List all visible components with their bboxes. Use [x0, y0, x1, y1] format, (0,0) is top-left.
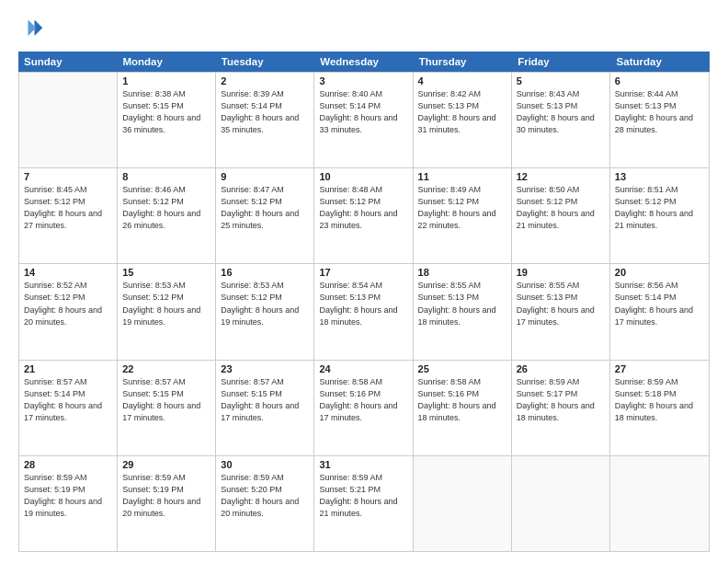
- day-number: 8: [122, 171, 210, 182]
- day-number: 29: [122, 459, 210, 470]
- day-number: 15: [122, 267, 210, 278]
- day-number: 20: [615, 267, 704, 278]
- day-number: 2: [221, 75, 309, 86]
- day-info: Sunrise: 8:45 AMSunset: 5:12 PMDaylight:…: [24, 184, 112, 232]
- day-info: Sunrise: 8:57 AMSunset: 5:14 PMDaylight:…: [24, 376, 112, 424]
- day-info: Sunrise: 8:53 AMSunset: 5:12 PMDaylight:…: [221, 280, 309, 327]
- day-number: 22: [122, 363, 210, 374]
- calendar-cell: 7Sunrise: 8:45 AMSunset: 5:12 PMDaylight…: [19, 168, 118, 263]
- day-info: Sunrise: 8:58 AMSunset: 5:16 PMDaylight:…: [418, 376, 506, 424]
- calendar-cell: 16Sunrise: 8:53 AMSunset: 5:12 PMDayligh…: [216, 264, 314, 359]
- logo: [18, 17, 47, 42]
- calendar-cell: 28Sunrise: 8:59 AMSunset: 5:19 PMDayligh…: [19, 456, 118, 551]
- day-number: 19: [517, 267, 605, 278]
- calendar-cell: [19, 73, 118, 167]
- day-number: 21: [24, 363, 112, 374]
- day-number: 16: [221, 267, 309, 278]
- calendar-row-1: 7Sunrise: 8:45 AMSunset: 5:12 PMDaylight…: [19, 167, 709, 263]
- calendar-cell: 17Sunrise: 8:54 AMSunset: 5:13 PMDayligh…: [314, 264, 413, 359]
- calendar-cell: 22Sunrise: 8:57 AMSunset: 5:15 PMDayligh…: [118, 361, 216, 455]
- day-number: 25: [418, 363, 506, 374]
- day-number: 24: [319, 363, 407, 374]
- day-info: Sunrise: 8:43 AMSunset: 5:13 PMDaylight:…: [517, 88, 605, 136]
- day-number: 3: [319, 75, 407, 86]
- day-info: Sunrise: 8:44 AMSunset: 5:13 PMDaylight:…: [615, 88, 704, 136]
- calendar-cell: 18Sunrise: 8:55 AMSunset: 5:13 PMDayligh…: [414, 264, 512, 359]
- calendar-cell: 6Sunrise: 8:44 AMSunset: 5:13 PMDaylight…: [610, 73, 709, 167]
- day-info: Sunrise: 8:48 AMSunset: 5:12 PMDaylight:…: [319, 184, 407, 232]
- day-info: Sunrise: 8:59 AMSunset: 5:19 PMDaylight:…: [24, 472, 112, 520]
- day-number: 13: [615, 171, 704, 182]
- day-info: Sunrise: 8:39 AMSunset: 5:14 PMDaylight:…: [221, 88, 309, 136]
- calendar-cell: 5Sunrise: 8:43 AMSunset: 5:13 PMDaylight…: [512, 73, 610, 167]
- calendar-cell: 11Sunrise: 8:49 AMSunset: 5:12 PMDayligh…: [414, 168, 512, 263]
- day-info: Sunrise: 8:51 AMSunset: 5:12 PMDaylight:…: [615, 184, 704, 232]
- calendar-cell: 27Sunrise: 8:59 AMSunset: 5:18 PMDayligh…: [610, 361, 709, 455]
- day-info: Sunrise: 8:42 AMSunset: 5:13 PMDaylight:…: [418, 88, 506, 136]
- calendar-cell: 23Sunrise: 8:57 AMSunset: 5:15 PMDayligh…: [216, 361, 314, 455]
- day-number: 26: [517, 363, 605, 374]
- calendar-cell: 25Sunrise: 8:58 AMSunset: 5:16 PMDayligh…: [414, 361, 512, 455]
- header-day-friday: Friday: [512, 52, 610, 72]
- calendar-cell: 12Sunrise: 8:50 AMSunset: 5:12 PMDayligh…: [512, 168, 610, 263]
- header: [18, 17, 710, 42]
- calendar-cell: 30Sunrise: 8:59 AMSunset: 5:20 PMDayligh…: [216, 456, 314, 551]
- calendar-cell: 15Sunrise: 8:53 AMSunset: 5:12 PMDayligh…: [118, 264, 216, 359]
- day-number: 23: [221, 363, 309, 374]
- day-info: Sunrise: 8:50 AMSunset: 5:12 PMDaylight:…: [517, 184, 605, 232]
- day-info: Sunrise: 8:47 AMSunset: 5:12 PMDaylight:…: [221, 184, 309, 232]
- calendar-cell: 24Sunrise: 8:58 AMSunset: 5:16 PMDayligh…: [314, 361, 413, 455]
- calendar-cell: 3Sunrise: 8:40 AMSunset: 5:14 PMDaylight…: [314, 73, 413, 167]
- calendar-row-4: 28Sunrise: 8:59 AMSunset: 5:19 PMDayligh…: [19, 455, 709, 551]
- calendar-cell: 14Sunrise: 8:52 AMSunset: 5:12 PMDayligh…: [19, 264, 118, 359]
- day-number: 28: [24, 459, 112, 470]
- day-info: Sunrise: 8:49 AMSunset: 5:12 PMDaylight:…: [418, 184, 506, 232]
- header-day-sunday: Sunday: [18, 52, 117, 72]
- logo-icon: [18, 17, 44, 42]
- header-day-thursday: Thursday: [414, 52, 512, 72]
- day-number: 4: [418, 75, 506, 86]
- day-info: Sunrise: 8:56 AMSunset: 5:14 PMDaylight:…: [615, 280, 704, 327]
- day-info: Sunrise: 8:58 AMSunset: 5:16 PMDaylight:…: [319, 376, 407, 424]
- day-info: Sunrise: 8:59 AMSunset: 5:17 PMDaylight:…: [517, 376, 605, 424]
- day-info: Sunrise: 8:57 AMSunset: 5:15 PMDaylight:…: [221, 376, 309, 424]
- calendar-cell: 31Sunrise: 8:59 AMSunset: 5:21 PMDayligh…: [314, 456, 413, 551]
- day-number: 11: [418, 171, 506, 182]
- day-number: 18: [418, 267, 506, 278]
- calendar-cell: 9Sunrise: 8:47 AMSunset: 5:12 PMDaylight…: [216, 168, 314, 263]
- calendar-cell: 13Sunrise: 8:51 AMSunset: 5:12 PMDayligh…: [610, 168, 709, 263]
- day-info: Sunrise: 8:55 AMSunset: 5:13 PMDaylight:…: [517, 280, 605, 327]
- calendar-body: 1Sunrise: 8:38 AMSunset: 5:15 PMDaylight…: [18, 72, 710, 552]
- day-number: 5: [517, 75, 605, 86]
- day-info: Sunrise: 8:52 AMSunset: 5:12 PMDaylight:…: [24, 280, 112, 327]
- day-number: 14: [24, 267, 112, 278]
- day-info: Sunrise: 8:55 AMSunset: 5:13 PMDaylight:…: [418, 280, 506, 327]
- header-day-tuesday: Tuesday: [216, 52, 314, 72]
- day-number: 31: [319, 459, 407, 470]
- calendar-cell: [414, 456, 512, 551]
- calendar-cell: 1Sunrise: 8:38 AMSunset: 5:15 PMDaylight…: [118, 73, 216, 167]
- calendar-header: SundayMondayTuesdayWednesdayThursdayFrid…: [18, 52, 710, 72]
- calendar-cell: [512, 456, 610, 551]
- calendar-cell: 2Sunrise: 8:39 AMSunset: 5:14 PMDaylight…: [216, 73, 314, 167]
- header-day-saturday: Saturday: [611, 52, 710, 72]
- page: SundayMondayTuesdayWednesdayThursdayFrid…: [0, 0, 728, 563]
- day-number: 1: [122, 75, 210, 86]
- calendar-cell: 29Sunrise: 8:59 AMSunset: 5:19 PMDayligh…: [118, 456, 216, 551]
- day-info: Sunrise: 8:40 AMSunset: 5:14 PMDaylight:…: [319, 88, 407, 136]
- header-day-wednesday: Wednesday: [314, 52, 413, 72]
- calendar-cell: 26Sunrise: 8:59 AMSunset: 5:17 PMDayligh…: [512, 361, 610, 455]
- day-info: Sunrise: 8:59 AMSunset: 5:18 PMDaylight:…: [615, 376, 704, 424]
- day-info: Sunrise: 8:53 AMSunset: 5:12 PMDaylight:…: [122, 280, 210, 327]
- calendar-cell: 4Sunrise: 8:42 AMSunset: 5:13 PMDaylight…: [414, 73, 512, 167]
- calendar-cell: 21Sunrise: 8:57 AMSunset: 5:14 PMDayligh…: [19, 361, 118, 455]
- calendar-cell: 8Sunrise: 8:46 AMSunset: 5:12 PMDaylight…: [118, 168, 216, 263]
- calendar-row-0: 1Sunrise: 8:38 AMSunset: 5:15 PMDaylight…: [19, 72, 709, 167]
- day-info: Sunrise: 8:54 AMSunset: 5:13 PMDaylight:…: [319, 280, 407, 327]
- day-info: Sunrise: 8:57 AMSunset: 5:15 PMDaylight:…: [122, 376, 210, 424]
- day-info: Sunrise: 8:59 AMSunset: 5:20 PMDaylight:…: [221, 472, 309, 520]
- day-number: 30: [221, 459, 309, 470]
- calendar-cell: 20Sunrise: 8:56 AMSunset: 5:14 PMDayligh…: [610, 264, 709, 359]
- day-number: 27: [615, 363, 704, 374]
- day-number: 10: [319, 171, 407, 182]
